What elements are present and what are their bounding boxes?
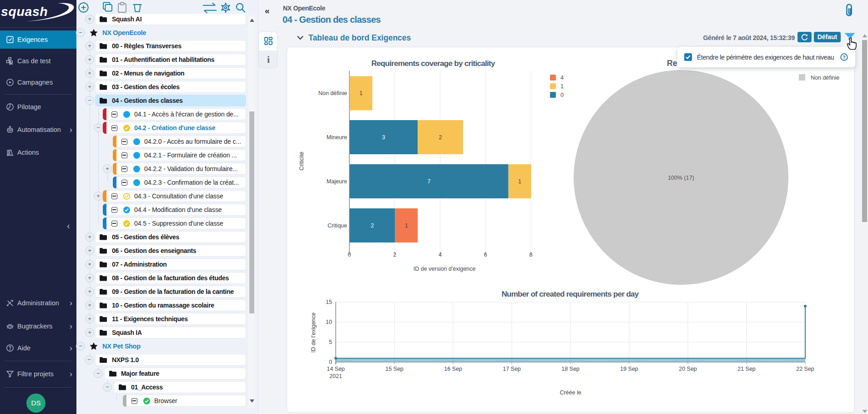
svg-text:5: 5 bbox=[329, 339, 332, 345]
svg-text:ID de version d'exigence: ID de version d'exigence bbox=[414, 266, 476, 272]
svg-text:2021: 2021 bbox=[329, 373, 342, 379]
svg-text:2: 2 bbox=[439, 134, 442, 141]
svg-text:6: 6 bbox=[484, 252, 487, 258]
svg-text:?: ? bbox=[843, 55, 845, 60]
svg-text:1: 1 bbox=[359, 90, 363, 96]
svg-text:0: 0 bbox=[560, 92, 564, 98]
svg-text:14 Sep: 14 Sep bbox=[327, 366, 345, 372]
svg-text:0: 0 bbox=[329, 359, 332, 365]
svg-text:Number of created requirements: Number of created requirements per day bbox=[501, 290, 639, 298]
svg-text:Critique: Critique bbox=[328, 222, 347, 229]
svg-text:7: 7 bbox=[428, 178, 431, 185]
svg-text:ID de l'exigence: ID de l'exigence bbox=[310, 313, 317, 353]
svg-text:100% (17): 100% (17) bbox=[668, 175, 694, 181]
svg-text:1: 1 bbox=[405, 222, 408, 229]
svg-text:squash: squash bbox=[1, 4, 48, 19]
svg-text:15 Sep: 15 Sep bbox=[385, 366, 404, 372]
svg-text:Re: Re bbox=[667, 59, 677, 68]
svg-text:17 Sep: 17 Sep bbox=[503, 366, 521, 372]
svg-text:Non définie: Non définie bbox=[811, 75, 839, 81]
svg-text:2: 2 bbox=[371, 222, 374, 229]
svg-text:2: 2 bbox=[393, 252, 396, 258]
svg-text:16 Sep: 16 Sep bbox=[444, 366, 462, 372]
svg-text:18 Sep: 18 Sep bbox=[561, 366, 580, 372]
svg-text:19 Sep: 19 Sep bbox=[620, 366, 638, 372]
svg-text:22 Sep: 22 Sep bbox=[796, 366, 814, 372]
svg-text:3: 3 bbox=[382, 134, 385, 141]
svg-text:0: 0 bbox=[348, 252, 351, 258]
svg-text:21 Sep: 21 Sep bbox=[737, 366, 756, 372]
svg-text:10: 10 bbox=[326, 319, 332, 325]
svg-text:1: 1 bbox=[560, 83, 564, 90]
svg-text:8: 8 bbox=[530, 252, 533, 258]
svg-text:1: 1 bbox=[518, 178, 521, 185]
svg-text:Criticité: Criticité bbox=[298, 151, 305, 171]
svg-text:Requirements coverage by criti: Requirements coverage by criticality bbox=[371, 59, 495, 68]
svg-text:Mineure: Mineure bbox=[327, 134, 347, 141]
svg-text:20 Sep: 20 Sep bbox=[679, 366, 697, 372]
svg-text:Majeure: Majeure bbox=[327, 178, 347, 185]
svg-text:4: 4 bbox=[560, 75, 564, 81]
svg-text:15: 15 bbox=[326, 299, 332, 305]
svg-text:Créée le: Créée le bbox=[560, 389, 581, 396]
svg-text:Non définie: Non définie bbox=[318, 90, 347, 96]
svg-text:4: 4 bbox=[439, 252, 442, 258]
